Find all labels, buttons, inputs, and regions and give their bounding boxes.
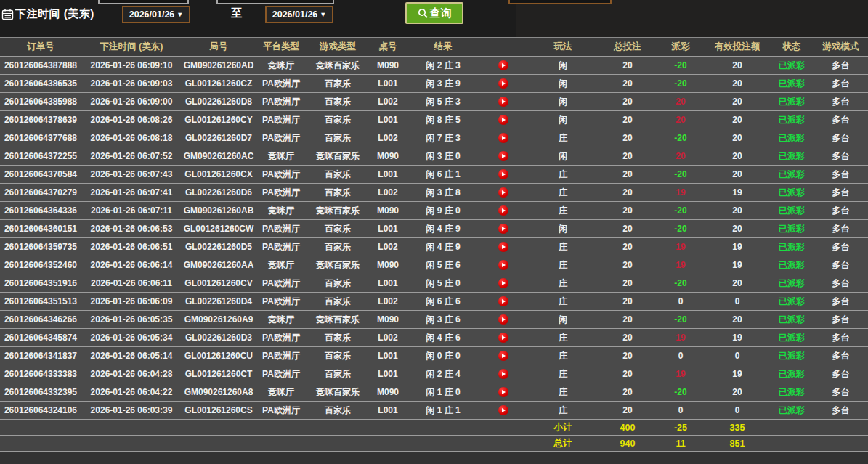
cell-platform-type: PA欧洲厅 (256, 293, 307, 311)
replay-icon[interactable] (498, 224, 508, 234)
replay-icon[interactable] (498, 260, 508, 270)
replay-icon[interactable] (498, 187, 508, 198)
replay-icon[interactable] (498, 296, 508, 306)
replay-icon[interactable] (498, 333, 508, 343)
date-from-value: 2026/01/26 (129, 9, 175, 20)
replay-icon[interactable] (498, 205, 508, 216)
table-row: 2601260643462662026-01-26 06:05:35GM0902… (0, 311, 868, 329)
cell-replay (479, 220, 527, 238)
cell-total-bet: 20 (599, 347, 657, 365)
search-button-label: 查询 (430, 7, 452, 20)
total-row: 总计 940 11 851 (0, 436, 868, 452)
cell-order-no: 260126064370279 (0, 184, 81, 202)
cell-status: 已派彩 (770, 111, 814, 129)
cell-result: 闲 2 庄 3 (407, 57, 479, 75)
cell-replay (479, 147, 527, 166)
cell-table-no: L001 (369, 402, 407, 420)
cell-payout: 0 (657, 293, 705, 311)
cell-bet-time: 2026-01-26 06:07:41 (81, 184, 182, 202)
cell-round-no: GL001261260CS (182, 402, 256, 420)
cell-table-no: L001 (369, 347, 407, 365)
cell-order-no: 260126064387888 (0, 57, 81, 75)
cell-table-no: L002 (369, 93, 407, 111)
cell-round-no: GL001261260CV (182, 274, 256, 293)
cell-status: 已派彩 (770, 311, 814, 329)
cell-play-type: 闲 (527, 111, 599, 129)
header-play-type: 玩法 (527, 38, 599, 57)
cell-result: 闲 3 庄 9 (407, 75, 479, 93)
cell-game-type: 竞咪百家乐 (307, 57, 369, 75)
replay-icon[interactable] (498, 387, 508, 397)
table-row: 2601260643601512026-01-26 06:06:53GL0012… (0, 220, 868, 238)
replay-icon[interactable] (498, 169, 508, 179)
cell-status: 已派彩 (770, 93, 814, 111)
table-row: 2601260643323952026-01-26 06:04:22GM0902… (0, 383, 868, 402)
table-row: 2601260643643362026-01-26 06:07:11GM0902… (0, 202, 868, 220)
cell-bet-time: 2026-01-26 06:04:28 (81, 365, 182, 383)
replay-icon[interactable] (498, 151, 508, 161)
cell-valid-bet: 20 (705, 93, 770, 111)
cell-result: 闲 3 庄 8 (407, 184, 479, 202)
cell-total-bet: 20 (599, 129, 657, 147)
cell-game-mode: 多台 (814, 166, 868, 184)
cropped-input-remnant (98, 0, 189, 4)
header-total-bet: 总投注 (599, 38, 657, 57)
cell-game-mode: 多台 (814, 75, 868, 93)
cell-platform-type: 竞咪厅 (256, 383, 307, 402)
cell-play-type: 闲 (527, 311, 599, 329)
cell-status: 已派彩 (770, 329, 814, 347)
orders-table: 订单号 下注时间 (美东) 局号 平台类型 游戏类型 桌号 结果 玩法 总投注 … (0, 37, 868, 452)
replay-icon[interactable] (498, 314, 508, 325)
cell-payout: 19 (657, 365, 705, 383)
cell-table-no: M090 (369, 202, 407, 220)
toolbar-background (516, 0, 868, 37)
cell-round-no: GL001261260CT (182, 365, 256, 383)
cell-game-mode: 多台 (814, 365, 868, 383)
cell-order-no: 260126064324106 (0, 402, 81, 420)
cell-game-mode: 多台 (814, 293, 868, 311)
cell-total-bet: 20 (599, 311, 657, 329)
cell-table-no: L002 (369, 129, 407, 147)
replay-icon[interactable] (498, 133, 508, 143)
cell-bet-time: 2026-01-26 06:05:34 (81, 329, 182, 347)
cell-status: 已派彩 (770, 365, 814, 383)
cell-replay (479, 256, 527, 274)
replay-icon[interactable] (498, 78, 508, 89)
table-header-row: 订单号 下注时间 (美东) 局号 平台类型 游戏类型 桌号 结果 玩法 总投注 … (0, 38, 868, 57)
cell-play-type: 庄 (527, 365, 599, 383)
cell-replay (479, 365, 527, 383)
cell-game-type: 百家乐 (307, 166, 369, 184)
header-bet-time: 下注时间 (美东) (81, 38, 182, 57)
cell-total-bet: 20 (599, 202, 657, 220)
replay-icon[interactable] (498, 97, 508, 107)
table-row: 2601260643722552026-01-26 06:07:52GM0902… (0, 147, 868, 166)
table-row: 2601260643705842026-01-26 06:07:43GL0012… (0, 166, 868, 184)
replay-icon[interactable] (498, 60, 508, 70)
replay-icon[interactable] (498, 242, 508, 252)
cell-payout: 19 (657, 238, 705, 256)
replay-icon[interactable] (498, 405, 508, 415)
header-result: 结果 (407, 38, 479, 57)
cell-valid-bet: 0 (705, 347, 770, 365)
cell-status: 已派彩 (770, 184, 814, 202)
cell-play-type: 庄 (527, 256, 599, 274)
replay-icon[interactable] (498, 278, 508, 288)
cell-order-no: 260126064345874 (0, 329, 81, 347)
search-button[interactable]: 查询 (405, 2, 463, 24)
cell-payout: -20 (657, 383, 705, 402)
date-to-select[interactable]: 2026/01/26▼ (265, 6, 333, 23)
cell-result: 闲 5 庄 3 (407, 93, 479, 111)
cell-game-mode: 多台 (814, 274, 868, 293)
cell-payout: 0 (657, 347, 705, 365)
replay-icon[interactable] (498, 369, 508, 379)
cell-total-bet: 20 (599, 329, 657, 347)
replay-icon[interactable] (498, 115, 508, 125)
cell-play-type: 闲 (527, 220, 599, 238)
cell-order-no: 260126064364336 (0, 202, 81, 220)
date-from-select[interactable]: 2026/01/26▼ (122, 6, 190, 23)
replay-icon[interactable] (498, 351, 508, 361)
table-body: 2601260643878882026-01-26 06:09:10GM0902… (0, 57, 868, 420)
cell-replay (479, 329, 527, 347)
cell-game-type: 百家乐 (307, 365, 369, 383)
cell-platform-type: 竞咪厅 (256, 256, 307, 274)
